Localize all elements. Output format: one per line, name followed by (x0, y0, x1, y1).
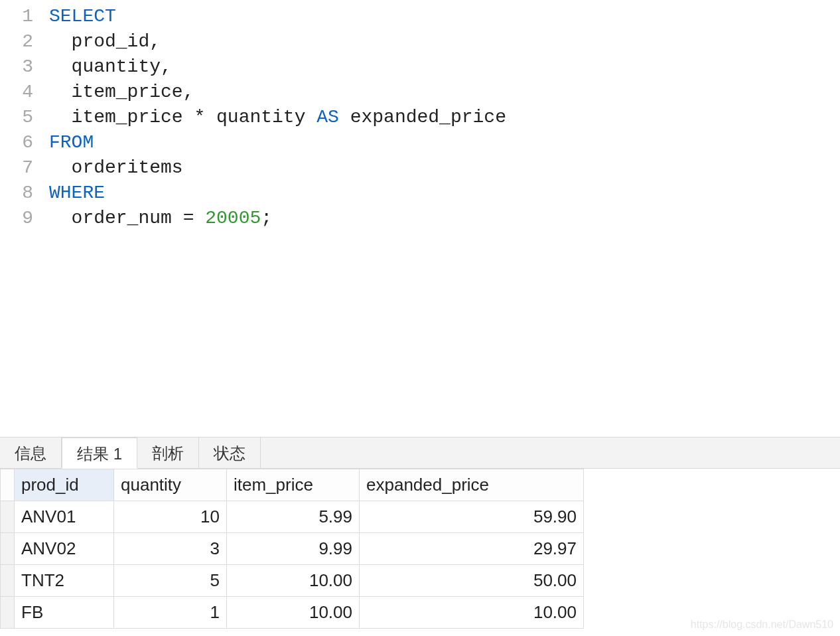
code-token: item_price * quantity (72, 107, 317, 127)
table-row[interactable]: ANV02 3 9.99 29.97 (1, 533, 584, 565)
line-number: 3 (0, 54, 33, 80)
row-handle[interactable] (1, 533, 15, 565)
column-header-quantity[interactable]: quantity (114, 469, 227, 501)
row-handle[interactable] (1, 501, 15, 533)
line-number: 7 (0, 155, 33, 181)
line-number: 9 (0, 206, 33, 231)
cell-quantity[interactable]: 1 (114, 597, 227, 629)
row-handle[interactable] (1, 565, 15, 597)
cell-expanded-price[interactable]: 10.00 (360, 597, 584, 629)
results-table[interactable]: prod_id quantity item_price expanded_pri… (0, 469, 584, 629)
cell-prod-id[interactable]: ANV02 (15, 533, 114, 565)
sql-editor[interactable]: 1 2 3 4 5 6 7 8 9 SELECT prod_id, quanti… (0, 0, 840, 231)
code-token: prod_id, (72, 31, 161, 52)
results-panel: prod_id quantity item_price expanded_pri… (0, 469, 840, 629)
column-header-item-price[interactable]: item_price (227, 469, 360, 501)
line-number: 2 (0, 29, 33, 54)
cell-item-price[interactable]: 9.99 (227, 533, 360, 565)
code-line[interactable]: WHERE (49, 181, 506, 206)
keyword-token: FROM (49, 132, 94, 153)
line-number: 8 (0, 181, 33, 206)
table-row[interactable]: FB 1 10.00 10.00 (1, 597, 584, 629)
code-line[interactable]: FROM (49, 130, 506, 155)
number-token: 20005 (205, 208, 261, 228)
code-line[interactable]: SELECT (49, 4, 506, 29)
cell-prod-id[interactable]: ANV01 (15, 501, 114, 533)
keyword-token: SELECT (49, 6, 116, 27)
cell-item-price[interactable]: 5.99 (227, 501, 360, 533)
code-body[interactable]: SELECT prod_id, quantity, item_price, it… (49, 4, 506, 231)
line-number: 6 (0, 130, 33, 155)
code-line[interactable]: prod_id, (49, 29, 506, 54)
line-number: 5 (0, 105, 33, 130)
cell-prod-id[interactable]: FB (15, 597, 114, 629)
tab-info[interactable]: 信息 (0, 437, 62, 468)
cell-quantity[interactable]: 3 (114, 533, 227, 565)
line-number: 1 (0, 4, 33, 29)
watermark-text: https://blog.csdn.net/Dawn510 (691, 619, 833, 631)
keyword-token: AS (316, 107, 339, 127)
code-token: order_num = (72, 208, 206, 228)
code-token: orderitems (72, 157, 183, 178)
code-token: item_price, (72, 82, 194, 102)
code-token: expanded_price (339, 107, 506, 127)
table-row[interactable]: TNT2 5 10.00 50.00 (1, 565, 584, 597)
code-token: quantity, (72, 56, 172, 77)
code-line[interactable]: order_num = 20005; (49, 206, 506, 231)
cell-expanded-price[interactable]: 29.97 (360, 533, 584, 565)
column-header-prod-id[interactable]: prod_id (15, 469, 114, 501)
row-handle[interactable] (1, 597, 15, 629)
cell-expanded-price[interactable]: 59.90 (360, 501, 584, 533)
code-token: ; (261, 208, 272, 228)
column-header-expanded-price[interactable]: expanded_price (360, 469, 584, 501)
code-line[interactable]: item_price * quantity AS expanded_price (49, 105, 506, 130)
tab-profile[interactable]: 剖析 (137, 437, 199, 468)
cell-quantity[interactable]: 10 (114, 501, 227, 533)
cell-quantity[interactable]: 5 (114, 565, 227, 597)
line-number: 4 (0, 80, 33, 105)
table-row[interactable]: ANV01 10 5.99 59.90 (1, 501, 584, 533)
tab-status[interactable]: 状态 (199, 437, 261, 468)
row-handle-header (1, 469, 15, 501)
code-line[interactable]: item_price, (49, 80, 506, 105)
keyword-token: WHERE (49, 183, 105, 203)
cell-prod-id[interactable]: TNT2 (15, 565, 114, 597)
tab-results-1[interactable]: 结果 1 (62, 437, 137, 469)
line-number-gutter: 1 2 3 4 5 6 7 8 9 (0, 4, 49, 231)
code-line[interactable]: orderitems (49, 155, 506, 181)
cell-expanded-price[interactable]: 50.00 (360, 565, 584, 597)
cell-item-price[interactable]: 10.00 (227, 565, 360, 597)
code-line[interactable]: quantity, (49, 54, 506, 80)
results-tab-bar: 信息 结果 1 剖析 状态 (0, 437, 840, 469)
results-header-row: prod_id quantity item_price expanded_pri… (1, 469, 584, 501)
cell-item-price[interactable]: 10.00 (227, 597, 360, 629)
